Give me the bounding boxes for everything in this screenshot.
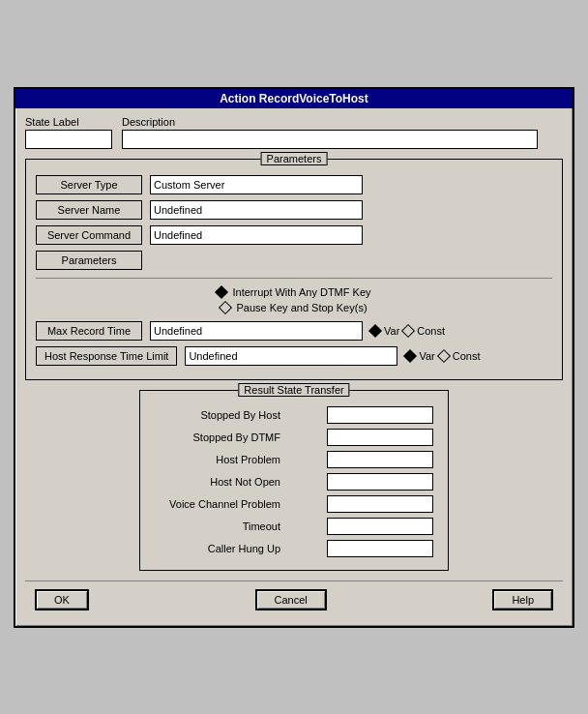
result-input-6[interactable] xyxy=(327,540,433,557)
max-record-input[interactable] xyxy=(150,321,363,341)
radio-group: Interrupt With Any DTMF Key Pause Key an… xyxy=(36,286,552,313)
max-record-row: Max Record Time Var Const xyxy=(36,321,552,341)
host-response-var-label: Var xyxy=(419,350,434,362)
result-row-0: Stopped By Host xyxy=(155,406,433,424)
result-input-1[interactable] xyxy=(327,429,433,446)
state-label-group: State Label xyxy=(25,116,112,149)
cancel-button[interactable]: Cancel xyxy=(255,589,327,610)
server-name-row: Server Name xyxy=(36,200,552,220)
max-record-var-label: Var xyxy=(384,325,399,337)
result-label-2: Host Problem xyxy=(155,454,280,465)
result-state-title: Result State Transfer xyxy=(238,383,349,397)
host-response-var-const: Var Const xyxy=(405,350,480,362)
result-rows-container: Stopped By Host Stopped By DTMF Host Pro… xyxy=(155,406,433,557)
parameters-box: Parameters Server Type Server Name Serve… xyxy=(25,159,563,380)
server-command-button[interactable]: Server Command xyxy=(36,225,142,245)
const-empty-icon xyxy=(401,323,415,337)
state-label-label: State Label xyxy=(25,116,112,128)
server-type-input[interactable] xyxy=(150,175,363,194)
parameters-button[interactable]: Parameters xyxy=(36,251,142,270)
result-state-box: Result State Transfer Stopped By Host St… xyxy=(139,390,449,571)
ok-button[interactable]: OK xyxy=(35,589,89,610)
state-label-input[interactable] xyxy=(25,130,112,149)
top-fields: State Label Description xyxy=(25,116,563,149)
max-record-const-label: Const xyxy=(417,325,445,337)
interrupt-radio[interactable]: Interrupt With Any DTMF Key xyxy=(217,286,370,298)
help-button[interactable]: Help xyxy=(492,589,553,610)
window-content: State Label Description Parameters Serve… xyxy=(15,108,573,626)
server-type-button[interactable]: Server Type xyxy=(36,175,142,194)
result-row-4: Voice Channel Problem xyxy=(155,495,433,513)
result-input-2[interactable] xyxy=(327,451,433,468)
description-group: Description xyxy=(122,116,538,149)
result-input-5[interactable] xyxy=(327,518,433,535)
result-row-5: Timeout xyxy=(155,518,433,535)
result-input-4[interactable] xyxy=(327,495,433,513)
result-label-6: Caller Hung Up xyxy=(155,543,280,554)
result-label-4: Voice Channel Problem xyxy=(155,498,280,510)
divider xyxy=(36,278,552,279)
pause-radio[interactable]: Pause Key and Stop Key(s) xyxy=(220,302,367,313)
max-record-var-const: Var Const xyxy=(370,325,445,337)
host-response-button[interactable]: Host Response Time Limit xyxy=(36,346,177,366)
description-label: Description xyxy=(122,116,538,128)
host-response-row: Host Response Time Limit Var Const xyxy=(36,346,552,366)
diamond-filled-icon xyxy=(215,284,228,298)
result-label-0: Stopped By Host xyxy=(155,409,280,421)
params-inner: Server Type Server Name Server Command P… xyxy=(36,175,552,366)
result-input-0[interactable] xyxy=(327,406,433,424)
result-row-6: Caller Hung Up xyxy=(155,540,433,557)
host-var-filled-icon xyxy=(403,348,417,362)
host-response-input[interactable] xyxy=(185,346,397,366)
description-input[interactable] xyxy=(122,130,538,149)
server-command-input[interactable] xyxy=(150,225,363,245)
result-row-3: Host Not Open xyxy=(155,473,433,491)
pause-label: Pause Key and Stop Key(s) xyxy=(236,302,367,313)
diamond-empty-icon xyxy=(219,300,232,313)
result-row-2: Host Problem xyxy=(155,451,433,468)
main-window: Action RecordVoiceToHost State Label Des… xyxy=(14,87,574,628)
interrupt-label: Interrupt With Any DTMF Key xyxy=(232,286,370,298)
server-name-input[interactable] xyxy=(150,200,363,220)
server-command-row: Server Command xyxy=(36,225,552,245)
host-response-const-label: Const xyxy=(453,350,481,362)
server-name-button[interactable]: Server Name xyxy=(36,200,142,220)
result-label-3: Host Not Open xyxy=(155,476,280,488)
server-type-row: Server Type xyxy=(36,175,552,194)
host-const-empty-icon xyxy=(437,348,451,362)
result-input-3[interactable] xyxy=(327,473,433,491)
bottom-bar: OK Cancel Help xyxy=(25,580,563,618)
var-filled-icon xyxy=(368,323,382,337)
parameters-box-title: Parameters xyxy=(261,152,328,165)
result-label-1: Stopped By DTMF xyxy=(155,431,280,443)
max-record-button[interactable]: Max Record Time xyxy=(36,321,142,341)
parameters-row: Parameters xyxy=(36,251,552,270)
result-row-1: Stopped By DTMF xyxy=(155,429,433,446)
result-label-5: Timeout xyxy=(155,521,280,532)
window-title: Action RecordVoiceToHost xyxy=(220,92,368,105)
title-bar: Action RecordVoiceToHost xyxy=(15,89,573,108)
